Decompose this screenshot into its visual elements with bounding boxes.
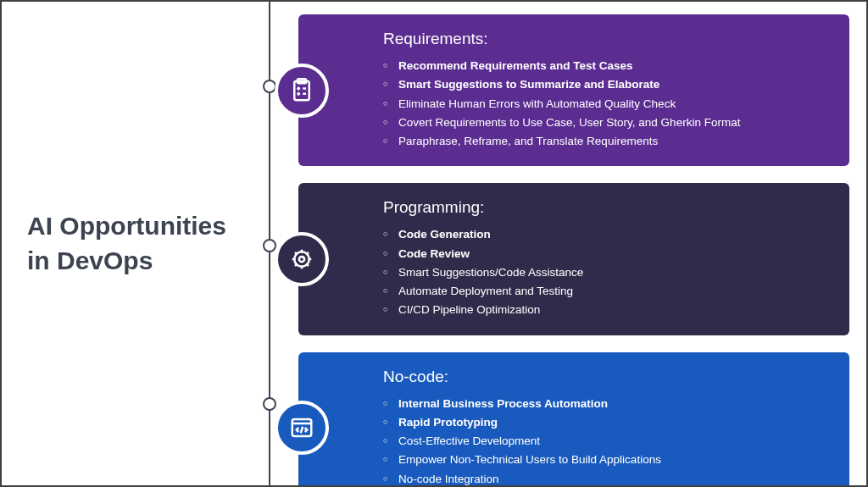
left-panel: AI Opportunities in DevOps <box>2 2 256 485</box>
timeline-node-3 <box>263 397 276 411</box>
list-item: Empower Non-Technical Users to Build App… <box>383 451 824 469</box>
diagram-container: AI Opportunities in DevOps Requirements:… <box>2 2 866 485</box>
list-item: Paraphrase, Reframe, and Translate Requi… <box>383 132 824 151</box>
cards-panel: Requirements: Recommend Requirements and… <box>256 2 866 485</box>
list-item: Automate Deployment and Testing <box>383 282 824 301</box>
checklist-icon <box>275 64 329 118</box>
list-item: CI/CD Pipeline Optimization <box>383 301 824 319</box>
list-item: No-code Integration <box>383 470 824 487</box>
timeline-node-2 <box>263 239 276 252</box>
card-heading: No-code: <box>383 368 824 386</box>
card-requirements: Requirements: Recommend Requirements and… <box>298 14 849 166</box>
list-item: Code Review <box>383 245 824 263</box>
list-item: Internal Business Process Automation <box>383 395 824 413</box>
main-title: AI Opportunities in DevOps <box>27 209 239 278</box>
card-nocode: No-code: Internal Business Process Autom… <box>298 352 849 487</box>
list-item: Smart Suggestions to Summarize and Elabo… <box>383 75 824 94</box>
svg-line-8 <box>301 427 303 434</box>
card-list: Code Generation Code Review Smart Sugges… <box>383 225 824 319</box>
card-heading: Requirements: <box>383 30 824 48</box>
card-list: Recommend Requirements and Test Cases Sm… <box>383 57 824 151</box>
card-heading: Programming: <box>383 198 824 217</box>
card-list: Internal Business Process Automation Rap… <box>383 395 824 487</box>
list-item: Smart Suggestions/Code Assistance <box>383 263 824 282</box>
code-window-icon <box>275 401 329 455</box>
list-item: Rapid Prototyping <box>383 413 824 432</box>
list-item: Recommend Requirements and Test Cases <box>383 57 824 75</box>
list-item: Covert Requirements to Use Case, User St… <box>383 113 824 132</box>
list-item: Code Generation <box>383 225 824 244</box>
card-programming: Programming: Code Generation Code Review… <box>298 183 849 335</box>
list-item: Eliminate Human Errors with Automated Qu… <box>383 95 824 113</box>
gear-icon <box>275 232 329 286</box>
list-item: Cost-Effective Development <box>383 432 824 451</box>
